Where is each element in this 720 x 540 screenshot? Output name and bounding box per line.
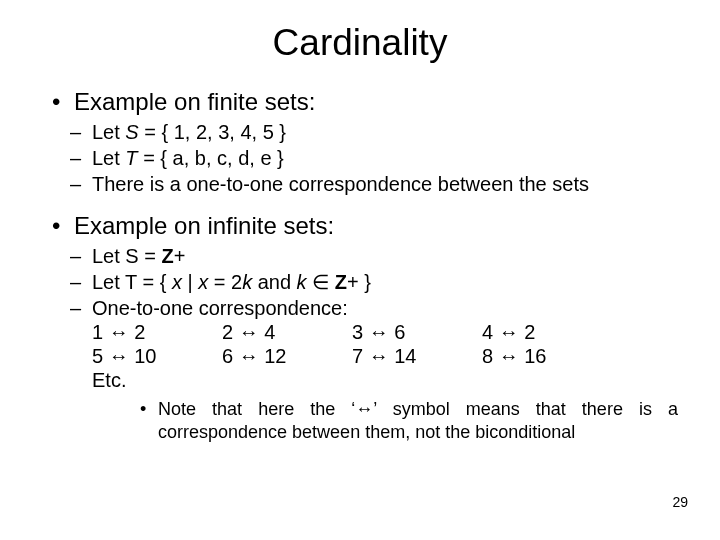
finite-correspondence: There is a one-to-one correspondence bet… xyxy=(92,172,678,196)
bullet-infinite-text: Example on infinite sets: xyxy=(74,212,334,239)
var-t: T xyxy=(125,147,137,169)
mapping-block: 1 ↔ 2 2 ↔ 4 3 ↔ 6 4 ↔ 2 5 ↔ 10 6 ↔ 12 7 … xyxy=(92,320,678,392)
finite-set-s: Let S = { 1, 2, 3, 4, 5 } xyxy=(92,120,678,144)
infinite-correspondence: One-to-one correspondence: 1 ↔ 2 2 ↔ 4 3… xyxy=(92,296,678,443)
var-k: k xyxy=(297,271,307,293)
map-pair: 7 ↔ 14 xyxy=(352,344,482,368)
text: and xyxy=(252,271,296,293)
page-number: 29 xyxy=(672,494,688,510)
text: = { 1, 2, 3, 4, 5 } xyxy=(139,121,286,143)
text: Let S = xyxy=(92,245,162,267)
infinite-sublist: Let S = Z+ Let T = { x | x = 2k and k ∈ … xyxy=(52,244,678,443)
slide: Cardinality Example on finite sets: Let … xyxy=(0,0,720,540)
map-pair: 5 ↔ 10 xyxy=(92,344,222,368)
text: Let xyxy=(92,121,125,143)
var-s: S xyxy=(125,121,138,143)
bullet-finite: Example on finite sets: Let S = { 1, 2, … xyxy=(52,88,678,196)
set-z: Z xyxy=(162,245,174,267)
element-of-icon: ∈ xyxy=(307,271,335,293)
var-x: x xyxy=(198,271,208,293)
map-pair: 1 ↔ 2 xyxy=(92,320,222,344)
map-pair: 4 ↔ 2 xyxy=(482,320,612,344)
text: = { a, b, c, d, e } xyxy=(138,147,284,169)
text: + } xyxy=(347,271,371,293)
note-list: Note that here the ‘↔’ symbol means that… xyxy=(92,398,678,443)
note-text: Note that here the ‘↔’ symbol means that… xyxy=(158,399,678,442)
map-pair: 6 ↔ 12 xyxy=(222,344,352,368)
finite-sublist: Let S = { 1, 2, 3, 4, 5 } Let T = { a, b… xyxy=(52,120,678,196)
mapping-row-1: 1 ↔ 2 2 ↔ 4 3 ↔ 6 4 ↔ 2 xyxy=(92,320,612,344)
note-item: Note that here the ‘↔’ symbol means that… xyxy=(158,398,678,443)
set-z: Z xyxy=(335,271,347,293)
content-list: Example on finite sets: Let S = { 1, 2, … xyxy=(42,88,678,443)
text: | xyxy=(182,271,198,293)
map-pair: 3 ↔ 6 xyxy=(352,320,482,344)
var-k: k xyxy=(242,271,252,293)
finite-set-t: Let T = { a, b, c, d, e } xyxy=(92,146,678,170)
var-x: x xyxy=(172,271,182,293)
etc-text: Etc. xyxy=(92,368,678,392)
infinite-set-t: Let T = { x | x = 2k and k ∈ Z+ } xyxy=(92,270,678,294)
bullet-finite-text: Example on finite sets: xyxy=(74,88,315,115)
bullet-infinite: Example on infinite sets: Let S = Z+ Let… xyxy=(52,212,678,443)
mapping-row-2: 5 ↔ 10 6 ↔ 12 7 ↔ 14 8 ↔ 16 xyxy=(92,344,612,368)
text: = 2 xyxy=(208,271,242,293)
slide-title: Cardinality xyxy=(42,22,678,64)
map-pair: 8 ↔ 16 xyxy=(482,344,612,368)
text: One-to-one correspondence: xyxy=(92,297,348,319)
text: Let xyxy=(92,147,125,169)
text: + xyxy=(174,245,186,267)
infinite-set-s: Let S = Z+ xyxy=(92,244,678,268)
text: There is a one-to-one correspondence bet… xyxy=(92,173,589,195)
map-pair: 2 ↔ 4 xyxy=(222,320,352,344)
text: Let T = { xyxy=(92,271,172,293)
